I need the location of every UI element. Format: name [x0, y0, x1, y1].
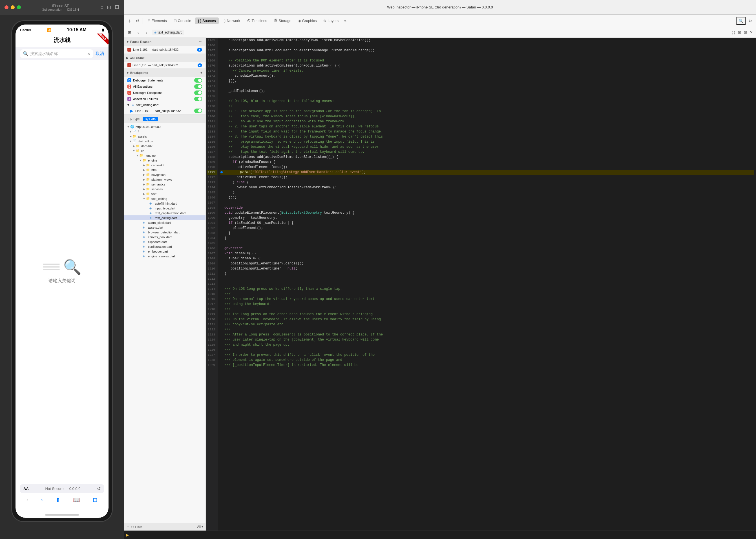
code-line-1177: // On iOS, blur is trigerred in the foll…: [220, 99, 754, 104]
address-bar[interactable]: AA Not Secure — 0.0.0.0 ↺: [20, 484, 104, 493]
collapse-arrow[interactable]: ▶: [126, 533, 129, 537]
bp-toggle-line[interactable]: [194, 109, 202, 113]
file-tree-section: By Type By Path ▼ 🌐 http://0.0.0.0:8080 …: [124, 115, 205, 523]
tree-item-assets[interactable]: ▶ 📁 assets: [124, 134, 205, 139]
tree-item-canvaskit[interactable]: ▶ 📁 canvaskit: [124, 163, 205, 168]
bp-item-file[interactable]: ▼ ◈ text_editing.dart: [124, 102, 205, 108]
refresh-button[interactable]: ↺: [134, 18, 141, 24]
tree-item-clipboard[interactable]: ◈ clipboard.dart: [124, 239, 205, 244]
sidebar-toggle-button[interactable]: ⊞: [126, 29, 133, 36]
tab-graphics[interactable]: ◈ Graphics: [295, 18, 320, 24]
address-aa[interactable]: AA: [23, 487, 29, 491]
tree-item-engine[interactable]: ▼ 📁 engine: [124, 158, 205, 163]
pause-reason-header[interactable]: ▼ Pause Reason ⋯: [124, 38, 205, 46]
filter-tab-by-path[interactable]: By Path: [143, 117, 158, 121]
tree-item-root[interactable]: ▼ 🌐 http://0.0.0.0:8080: [124, 124, 205, 129]
bp-toggle-1[interactable]: [194, 84, 202, 89]
code-line-1201: if (isEnabled && _canPosition) {: [220, 220, 754, 225]
search-input-container[interactable]: 🔍 搜索流水线名称 ✕: [20, 49, 93, 58]
cancel-button[interactable]: 取消: [96, 51, 104, 56]
tree-item-browser-detection[interactable]: ◈ browser_detection.dart: [124, 230, 205, 235]
rotate-icon[interactable]: ⧠: [114, 4, 119, 10]
format-button[interactable]: { }: [731, 29, 736, 35]
tree-item-text[interactable]: ▶ 📁 text: [124, 192, 205, 196]
tree-item-dartsdk[interactable]: ▼ 📄 dart_sdk.js: [124, 139, 205, 143]
tree-item-text-editing-dart[interactable]: ◈ text_editing.dart: [124, 215, 205, 220]
tab-sources[interactable]: { } Sources: [195, 18, 219, 24]
tree-item-services[interactable]: ▶ 📁 services: [124, 187, 205, 192]
back-button[interactable]: ‹: [27, 497, 29, 503]
forward-button[interactable]: ›: [41, 497, 43, 503]
tree-item-text-cap[interactable]: ◈ text_capitalization.dart: [124, 210, 205, 215]
search-clear-icon[interactable]: ✕: [87, 51, 91, 56]
tab-storage[interactable]: 🗄 Storage: [271, 18, 294, 24]
tab-timelines[interactable]: ⏱ Timelines: [244, 18, 270, 24]
ln-1177: 1177: [207, 99, 217, 104]
inspector-toolbar: ⊹ ↺ ⊞ Elements ⊡ Console { } Sources ◌ N…: [124, 15, 756, 27]
tree-item-engine-canvas[interactable]: ◈ engine_canvas.dart: [124, 254, 205, 259]
tree-item-alarm-clock[interactable]: ◈ alarm_clock.dart: [124, 220, 205, 225]
filter-all[interactable]: All ▾: [197, 525, 203, 529]
tree-item-autofill[interactable]: ◈ autofill_hint.dart: [124, 201, 205, 206]
tree-item-assets-dart[interactable]: ◈ assets.dart: [124, 225, 205, 230]
screenshot-icon[interactable]: ⊡: [107, 4, 111, 10]
settings-button[interactable]: ⚙: [747, 18, 754, 24]
bp-item-0[interactable]: D Debugger Statements: [124, 77, 205, 83]
call-stack-item[interactable]: P Line 1,191 — dart_sdk.js:184632 ●: [124, 62, 205, 68]
tab-network[interactable]: ◌ Network: [220, 18, 243, 24]
inspect-button[interactable]: ⊹: [126, 18, 133, 24]
add-breakpoint-btn[interactable]: +: [199, 70, 203, 75]
filter-tab-by-type[interactable]: By Type: [126, 117, 142, 121]
bp-toggle-0[interactable]: [194, 78, 202, 83]
split-button[interactable]: ⊡: [743, 29, 748, 35]
bp-toggle-3[interactable]: [194, 97, 202, 101]
tree-item-configuration[interactable]: ◈ configuration.dart: [124, 244, 205, 249]
tab-elements[interactable]: ⊞ Elements: [145, 18, 170, 24]
bp-item-line[interactable]: ▶ Line 1,191 — dart_sdk.js:184632: [124, 108, 205, 114]
breakpoints-header[interactable]: ▼ Breakpoints +: [124, 69, 205, 77]
bp-item-3[interactable]: A Assertion Failures: [124, 96, 205, 102]
tree-item-html[interactable]: ▶ 📁 html: [124, 168, 205, 172]
filter-add-btn[interactable]: +: [126, 524, 130, 529]
tree-item-input-type[interactable]: ◈ input_type.dart: [124, 206, 205, 210]
tree-item-slash[interactable]: ▶ 📄 /: [124, 129, 205, 134]
tree-item-dart-sdk-folder[interactable]: ▶ 📁 dart-sdk: [124, 143, 205, 148]
tree-item-platform-views[interactable]: ▶ 📁 platform_views: [124, 177, 205, 182]
tree-item-lib[interactable]: ▼ 📁 lib: [124, 148, 205, 153]
bp-item-2[interactable]: E Uncaught Exceptions: [124, 90, 205, 96]
graphics-icon: ◈: [298, 19, 301, 23]
traffic-light-minimize[interactable]: [11, 5, 15, 9]
tab-layers[interactable]: ⊕ Layers: [321, 18, 341, 24]
next-file-button[interactable]: ›: [143, 29, 150, 36]
share-button[interactable]: ⬆: [55, 497, 60, 503]
tree-item-engine-root[interactable]: ▼ 📁 _engine: [124, 153, 205, 158]
engine-folder-icon: 📁: [143, 158, 147, 162]
tree-item-canvas-pool[interactable]: ◈ canvas_pool.dart: [124, 235, 205, 239]
prev-file-button[interactable]: ‹: [135, 29, 141, 36]
tree-item-navigation[interactable]: ▶ 📁 navigation: [124, 172, 205, 177]
pin-button[interactable]: ⊡: [737, 29, 742, 35]
traffic-light-maximize[interactable]: [17, 5, 21, 9]
tree-item-text-editing-folder[interactable]: ▼ 📁 text_editing: [124, 196, 205, 201]
bookmarks-button[interactable]: 📖: [73, 497, 80, 503]
pause-reason-menu-btn[interactable]: ⋯: [198, 39, 203, 44]
ln-1228: 1228: [207, 357, 217, 362]
filter-input[interactable]: [135, 525, 196, 529]
platform-views-icon: 📁: [146, 178, 151, 181]
search-button[interactable]: 🔍: [736, 17, 746, 25]
close-file-button[interactable]: ✕: [749, 29, 754, 35]
more-tabs-button[interactable]: »: [342, 18, 348, 24]
code-content[interactable]: 1165 1166 1167 1168 1169 1170 1171 1172 …: [206, 38, 756, 531]
code-line-1174: [220, 83, 754, 89]
tab-console[interactable]: ⊡ Console: [171, 18, 194, 24]
ln-1217: 1217: [207, 302, 217, 307]
reload-icon[interactable]: ↺: [97, 486, 101, 491]
call-stack-header[interactable]: ▶ Call Stack: [124, 54, 205, 62]
bp-item-1[interactable]: E All Exceptions: [124, 83, 205, 90]
tabs-button[interactable]: ⊡: [93, 497, 98, 503]
tree-item-embedder[interactable]: ◈ embedder.dart: [124, 249, 205, 254]
tree-item-semantics[interactable]: ▶ 📁 semantics: [124, 182, 205, 187]
home-icon[interactable]: ⌂: [100, 4, 104, 10]
traffic-light-close[interactable]: [5, 5, 8, 9]
bp-toggle-2[interactable]: [194, 91, 202, 95]
